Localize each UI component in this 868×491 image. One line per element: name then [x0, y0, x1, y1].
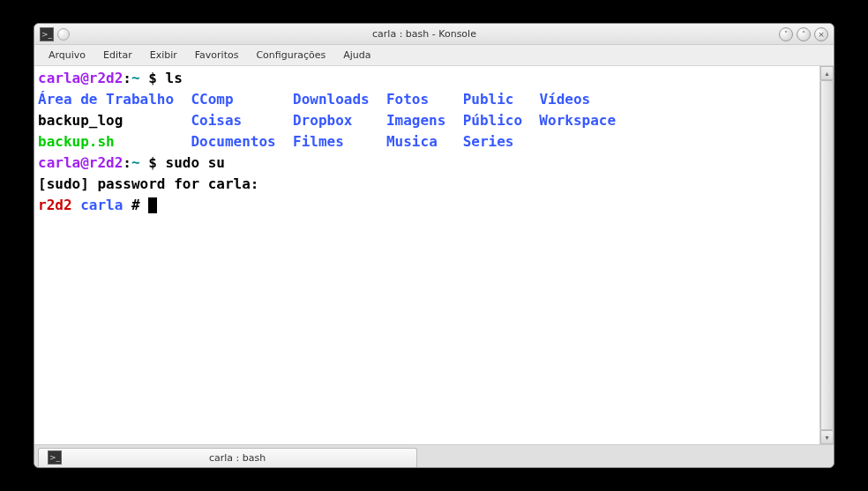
prompt-dollar: $	[140, 70, 166, 86]
prompt-user: carla@r2d2	[38, 70, 123, 86]
command-sudo: sudo su	[166, 154, 225, 171]
menu-favoritos[interactable]: Favoritos	[186, 47, 248, 63]
ls-entry: Imagens	[386, 112, 445, 129]
tabbar: >_ carla : bash	[34, 444, 834, 467]
maximize-button[interactable]: ˄	[797, 27, 811, 41]
close-button[interactable]: ×	[814, 27, 828, 41]
menu-arquivo[interactable]: Arquivo	[40, 47, 94, 63]
menu-ajuda[interactable]: Ajuda	[334, 47, 379, 63]
ls-entry: Área de Trabalho	[38, 91, 174, 108]
ls-entry: Fotos	[386, 91, 429, 108]
menubar: Arquivo Editar Exibir Favoritos Configur…	[34, 45, 834, 66]
konsole-window: >_ carla : bash - Konsole ˅ ˄ × Arquivo …	[34, 23, 834, 468]
window-title: carla : bash - Konsole	[70, 28, 779, 40]
root-prompt-host: r2d2	[38, 197, 72, 213]
ls-entry: CComp	[191, 91, 233, 108]
prompt-path: ~	[131, 70, 140, 86]
scrollbar[interactable]: ▴ ▾	[819, 66, 834, 444]
ls-entry: Documentos	[191, 133, 275, 150]
cursor-icon	[148, 197, 157, 213]
titlebar[interactable]: >_ carla : bash - Konsole ˅ ˄ ×	[34, 24, 834, 45]
root-prompt-dir: carla	[80, 197, 123, 213]
menu-configuracoes[interactable]: Configurações	[247, 47, 334, 63]
prompt-dollar: $	[140, 154, 166, 171]
prompt-user: carla@r2d2	[38, 154, 123, 171]
prompt-sep: :	[123, 70, 131, 86]
scroll-track[interactable]	[820, 80, 834, 430]
ls-entry: Downloads	[293, 91, 370, 108]
ls-entry: backup.sh	[38, 133, 115, 150]
scroll-up-button[interactable]: ▴	[820, 66, 834, 80]
ls-entry: Coisas	[191, 112, 242, 129]
ls-entry: backup_log	[38, 112, 123, 129]
prompt-path: ~	[131, 154, 140, 171]
scroll-thumb[interactable]	[820, 80, 834, 430]
terminal-area[interactable]: carla@r2d2:~ $ ls Área de Trabalho CComp…	[34, 66, 819, 444]
scroll-down-button[interactable]: ▾	[820, 430, 834, 444]
tab-label: carla : bash	[67, 452, 408, 464]
menu-exibir[interactable]: Exibir	[141, 47, 186, 63]
root-prompt-hash: #	[123, 197, 148, 213]
tab-active[interactable]: >_ carla : bash	[38, 448, 417, 467]
app-icon: >_	[40, 27, 54, 41]
terminal-icon: >_	[48, 450, 62, 465]
ls-entry: Filmes	[293, 133, 344, 150]
ls-entry: Público	[463, 112, 522, 129]
ls-entry: Public	[463, 91, 514, 108]
new-tab-button[interactable]	[57, 28, 70, 41]
sudo-password-prompt: [sudo] password for carla:	[38, 175, 267, 192]
ls-entry: Workspace	[539, 112, 616, 129]
ls-entry: Musica	[386, 133, 438, 150]
menu-editar[interactable]: Editar	[94, 47, 141, 63]
ls-entry: Vídeos	[539, 91, 590, 108]
prompt-sep: :	[123, 154, 131, 171]
minimize-button[interactable]: ˅	[779, 27, 793, 41]
ls-entry: Series	[463, 133, 514, 150]
command-ls: ls	[166, 70, 183, 86]
ls-entry: Dropbox	[293, 112, 352, 129]
